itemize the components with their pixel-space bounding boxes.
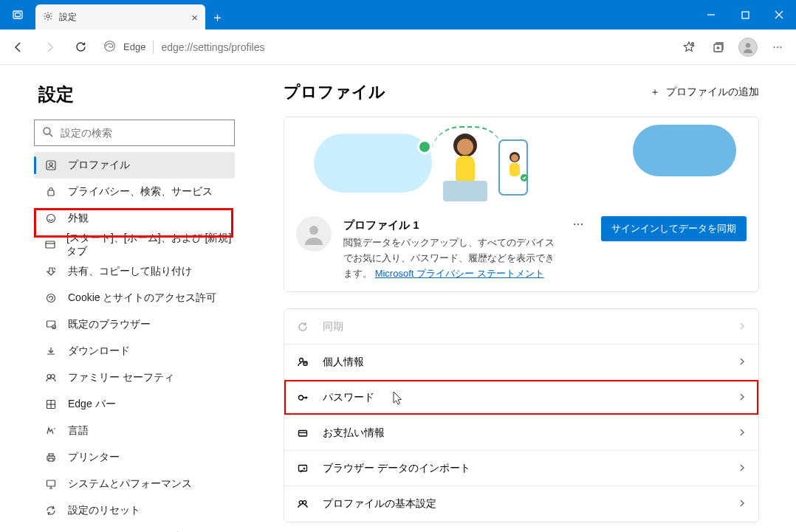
sidebar-item-10[interactable]: 言語 [34,418,235,444]
chevron-right-icon [738,463,747,474]
sidebar-icon-10 [44,425,58,437]
sidebar-item-12[interactable]: システムとパフォーマンス [34,471,235,497]
hero-illustration [284,117,758,206]
setting-row-1[interactable]: 個人情報 [284,345,758,380]
sidebar-icon-12 [44,478,58,490]
profile-more-menu[interactable]: ··· [567,216,589,232]
svg-point-22 [47,375,51,379]
edge-logo-icon [103,40,116,55]
svg-rect-29 [49,458,53,461]
signin-button[interactable]: サインインしてデータを同期 [601,216,747,241]
row-label: 個人情報 [323,356,364,369]
new-tab-button[interactable]: ＋ [205,4,229,30]
sidebar-item-3[interactable]: [スタート]、[ホーム]、および [新規] タブ [34,232,235,258]
sidebar-label: ファミリー セーフティ [68,371,174,384]
sidebar-item-7[interactable]: ダウンロード [34,338,235,365]
privacy-link[interactable]: Microsoft プライバシー ステートメント [375,268,544,279]
row-icon-2 [296,392,309,404]
gear-icon [43,11,53,24]
sidebar-item-1[interactable]: プライバシー、検索、サービス [34,179,235,205]
sidebar-icon-6 [44,319,58,331]
svg-point-23 [51,375,55,379]
add-profile-button[interactable]: ＋ プロファイルの追加 [650,86,759,99]
sidebar-label: プロファイル [68,159,130,172]
sidebar-item-8[interactable]: ファミリー セーフティ [34,365,235,391]
svg-point-50 [299,501,303,505]
page-title: プロファイル [284,81,385,103]
sidebar-icon-9 [44,398,58,410]
sidebar-label: Cookie とサイトのアクセス許可 [68,291,216,305]
sidebar-item-0[interactable]: プロファイル [34,152,235,179]
more-menu[interactable]: ··· [764,33,792,61]
search-icon [42,126,53,140]
svg-rect-40 [509,163,520,176]
sidebar-item-2[interactable]: 外観 [34,205,235,232]
sidebar-item-9[interactable]: Edge バー [34,391,235,418]
sidebar-item-6[interactable]: 既定のブラウザー [34,311,235,338]
window-maximize[interactable] [728,0,762,30]
profile-name: プロファイル 1 [343,216,555,234]
svg-rect-1 [16,13,21,17]
browser-tab[interactable]: 設定 × [35,4,205,30]
sidebar-item-4[interactable]: 共有、コピーして貼り付け [34,258,235,285]
row-label: ブラウザー データのインポート [323,462,470,475]
svg-rect-47 [299,430,307,436]
setting-row-4[interactable]: ブラウザー データのインポート [284,451,758,486]
sidebar-item-13[interactable]: 設定のリセット [34,497,235,524]
favorites-add-icon[interactable] [675,33,703,61]
svg-rect-15 [48,190,54,196]
svg-point-11 [44,128,50,134]
svg-rect-37 [443,181,487,201]
setting-row-5[interactable]: プロファイルの基本設定 [284,486,758,522]
chevron-right-icon [738,427,747,439]
sidebar-item-14[interactable]: スマートフォンとその他のデバイス [34,524,235,532]
nav-refresh[interactable] [66,33,95,61]
sidebar-label: ダウンロード [68,345,130,358]
setting-row-3[interactable]: お支払い情報 [284,415,758,451]
svg-line-12 [49,134,52,137]
chevron-right-icon [738,321,747,333]
row-icon-1 [296,356,309,368]
setting-row-2[interactable]: パスワード [284,380,758,415]
svg-point-46 [299,395,303,400]
search-input[interactable] [61,127,227,139]
settings-title: 設定 [30,83,238,106]
svg-point-43 [300,358,303,362]
chevron-right-icon [738,498,747,510]
sidebar-icon-2 [44,213,58,224]
tab-strip-manage-icon[interactable] [0,0,35,30]
profile-avatar-large [296,216,332,252]
sidebar-icon-3 [44,239,56,251]
plus-icon: ＋ [650,86,660,99]
svg-rect-30 [47,480,55,486]
row-icon-5 [296,498,309,510]
nav-back[interactable] [4,33,32,61]
sidebar-item-11[interactable]: プリンター [34,444,235,471]
svg-rect-17 [46,241,55,248]
collections-icon[interactable] [704,33,732,61]
sidebar-icon-8 [44,372,58,384]
sidebar-icon-1 [44,186,58,198]
row-icon-3 [296,427,309,439]
sidebar-icon-5 [44,292,58,304]
svg-point-16 [47,215,55,223]
settings-search[interactable] [34,120,235,146]
addr-app: Edge [123,41,145,52]
sidebar-icon-13 [44,505,58,517]
svg-point-42 [309,226,318,235]
sidebar-item-5[interactable]: Cookie とサイトのアクセス許可 [34,285,235,311]
address-bar[interactable]: Edge edge://settings/profiles [97,35,672,60]
tab-title: 設定 [59,11,77,24]
row-label: 同期 [323,320,343,334]
svg-rect-0 [13,11,22,18]
svg-rect-28 [49,454,53,456]
profile-avatar[interactable] [734,33,762,61]
close-tab-icon[interactable]: × [191,11,198,24]
window-close[interactable] [762,0,796,30]
sidebar-icon-4 [44,266,58,277]
svg-point-2 [47,14,49,17]
sidebar-label: Edge バー [68,398,116,411]
svg-point-35 [457,139,473,155]
svg-point-19 [47,294,55,303]
window-minimize[interactable] [694,0,728,30]
